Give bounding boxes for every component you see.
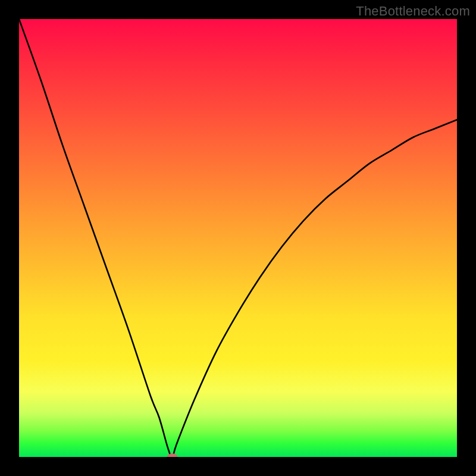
bottleneck-curve bbox=[19, 19, 457, 457]
minimum-marker bbox=[167, 453, 178, 457]
watermark-text: TheBottleneck.com bbox=[356, 4, 470, 19]
chart-container: TheBottleneck.com bbox=[0, 0, 476, 476]
curve-svg bbox=[19, 19, 457, 457]
plot-area bbox=[19, 19, 457, 457]
